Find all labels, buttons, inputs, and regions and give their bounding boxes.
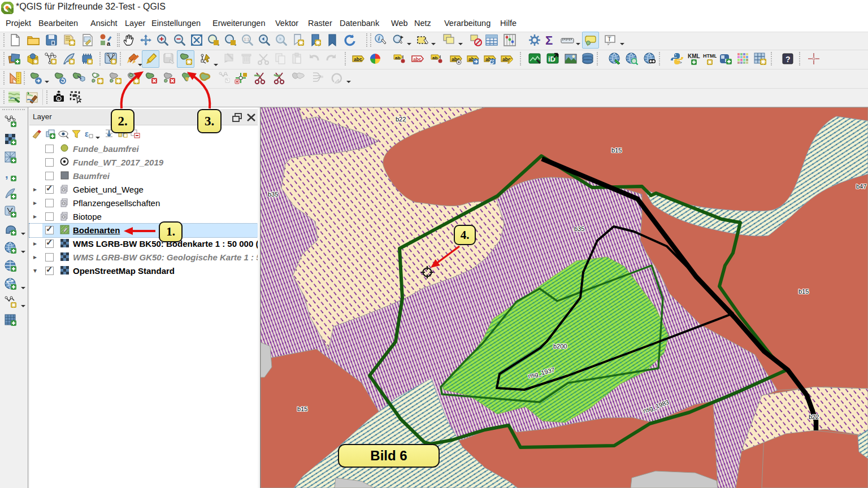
svg-text:1:1: 1:1 [244,37,250,41]
svg-text:T: T [607,36,611,42]
svg-text:KML: KML [688,53,700,59]
svg-text:ab: ab [395,55,400,60]
svg-text:,: , [5,169,8,180]
svg-text:8: 8 [58,98,59,101]
svg-text:a: a [107,40,111,47]
svg-text:ab: ab [432,55,437,60]
svg-text:Σ: Σ [545,33,553,47]
svg-text:>: > [679,60,682,65]
svg-text:iD: iD [548,55,555,63]
svg-text:HTML: HTML [703,53,717,59]
svg-text:?: ? [785,55,791,64]
svg-text:abc: abc [413,56,422,62]
svg-text:abc: abc [354,56,362,62]
svg-text:ε: ε [85,129,89,138]
